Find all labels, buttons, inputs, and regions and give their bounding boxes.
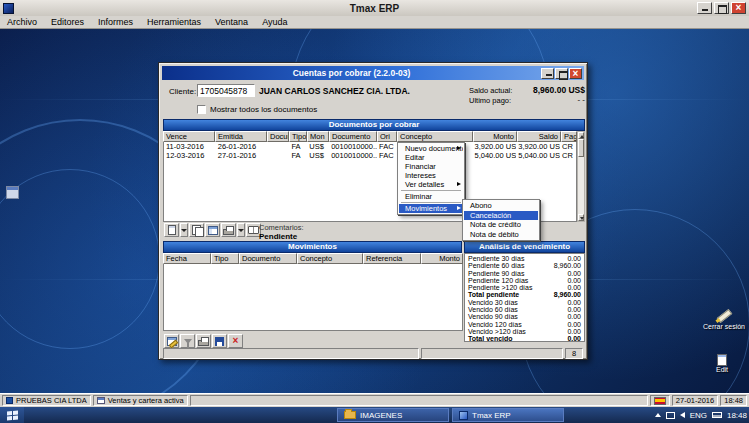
submenu-item-nota-credito[interactable]: Nota de crédito [464, 220, 538, 230]
screen: Tmax ERP Archivo Editores Informes Herra… [0, 0, 749, 423]
cell-ori: FAC [377, 142, 397, 151]
column-header-tipo[interactable]: Tipo [289, 131, 307, 142]
client-label: Cliente: [169, 87, 196, 96]
context-item-editar[interactable]: Editar [399, 153, 463, 162]
column-header-monto[interactable]: Monto [421, 253, 463, 264]
show-all-checkbox[interactable] [197, 105, 206, 114]
start-button[interactable] [0, 407, 24, 423]
column-header-documento-num[interactable]: Documento [329, 131, 377, 142]
volume-icon[interactable] [680, 412, 685, 418]
desktop-shortcut-left[interactable] [2, 186, 22, 199]
company-panel: PRUEBAS CIA LTDA [2, 395, 91, 406]
desktop-shortcut-logout[interactable]: Cerrar sesión [698, 308, 749, 330]
print-dropdown-button[interactable] [237, 223, 245, 237]
print-movements-button[interactable] [196, 334, 211, 348]
documents-section-header: Documentos por cobrar [163, 119, 585, 131]
context-item-movimientos[interactable]: Movimientos [399, 204, 463, 213]
aging-value: 8,960.00 [554, 262, 581, 269]
menu-herramientas[interactable]: Herramientas [140, 16, 208, 28]
aging-value: 0.00 [567, 313, 581, 320]
submenu-item-cancelacion[interactable]: Cancelación [464, 211, 538, 221]
cell-documento-num: 0010010000... [329, 142, 377, 151]
aging-label: Pendiente 120 días [468, 277, 528, 284]
submenu-item-abono[interactable]: Abono [464, 201, 538, 211]
column-header-ori[interactable]: Ori [377, 131, 397, 142]
column-header-fecha[interactable]: Fecha [163, 253, 211, 264]
add-movement-button[interactable] [164, 334, 179, 348]
scroll-up-button[interactable] [578, 132, 584, 139]
menu-ayuda[interactable]: Ayuda [255, 16, 294, 28]
dropdown-arrow-icon [238, 229, 244, 232]
column-header-mon[interactable]: Mon [307, 131, 329, 142]
cell-monto: 5,040.00 US$ [472, 151, 516, 160]
filter-button[interactable] [180, 334, 195, 348]
show-all-label: Mostrar todos los documentos [210, 105, 317, 114]
network-icon[interactable] [666, 412, 675, 419]
spreadsheet-button[interactable] [205, 223, 220, 237]
column-header-emitida[interactable]: Emitida [215, 131, 267, 142]
aging-analysis-panel: Pendiente 30 días0.00 Pendiente 60 días8… [464, 253, 585, 342]
column-header-documento[interactable]: Documento [239, 253, 297, 264]
new-document-icon [168, 225, 176, 235]
statusbar-count: 8 [565, 348, 583, 359]
tray-clock[interactable]: 18:48 [727, 411, 747, 420]
taskbar-button-imagenes[interactable]: IMAGENES [337, 408, 449, 422]
column-header-vence[interactable]: Vence [163, 131, 215, 142]
edit-note-icon [717, 354, 727, 366]
menu-separator [401, 190, 461, 191]
dialog-minimize-button[interactable] [541, 68, 554, 79]
context-item-eliminar[interactable]: Eliminar [399, 192, 463, 201]
statusbar-panel-2 [421, 348, 563, 359]
new-document-button[interactable] [164, 223, 179, 237]
column-header-documento[interactable]: Documento [267, 131, 289, 142]
document-row-2[interactable]: 12-03-2016 27-01-2016 FA US$ 0010010000.… [164, 151, 576, 160]
menu-editores[interactable]: Editores [44, 16, 91, 28]
document-row-1[interactable]: 11-03-2016 26-01-2016 FA US$ 0010010000.… [164, 142, 576, 151]
aging-label: Total vencido [468, 335, 513, 342]
taskbar-button-tmax[interactable]: Tmax ERP [452, 408, 564, 422]
aging-row: Pendiente 120 días0.00 [465, 277, 584, 284]
context-item-nuevo-documento[interactable]: Nuevo documento [399, 144, 463, 153]
column-header-saldo[interactable]: Saldo [517, 131, 561, 142]
app-titlebar: Tmax ERP [0, 0, 749, 16]
desktop-shortcut-edit[interactable]: Edit [702, 354, 742, 373]
copy-document-button[interactable] [189, 223, 204, 237]
save-button[interactable] [212, 334, 227, 348]
column-header-monto[interactable]: Monto [473, 131, 517, 142]
cell-vence: 12-03-2016 [164, 151, 216, 160]
new-document-dropdown-button[interactable] [180, 223, 188, 237]
menu-ventana[interactable]: Ventana [208, 16, 255, 28]
app-maximize-button[interactable] [714, 2, 729, 14]
column-header-referencia[interactable]: Referencia [363, 253, 421, 264]
app-close-button[interactable] [731, 2, 746, 14]
client-code-input[interactable] [197, 84, 255, 97]
dialog-maximize-button[interactable] [555, 68, 568, 79]
context-item-intereses[interactable]: Intereses [399, 171, 463, 180]
dialog-titlebar[interactable]: Cuentas por cobrar (2.2.0-03) [162, 66, 584, 80]
submenu-item-nota-debito[interactable]: Nota de débito [464, 230, 538, 240]
app-minimize-button[interactable] [697, 2, 712, 14]
context-item-financiar[interactable]: Financiar [399, 162, 463, 171]
dialog-close-button[interactable] [569, 68, 582, 79]
tray-language[interactable]: ENG [690, 411, 707, 420]
print-button[interactable] [221, 223, 236, 237]
cancel-movement-button[interactable] [228, 334, 243, 348]
comentarios-value: Pendiente [259, 232, 297, 241]
keyboard-icon[interactable] [712, 412, 722, 418]
scrollbar-thumb[interactable] [578, 139, 584, 157]
context-item-ver-detalles[interactable]: Ver detalles [399, 180, 463, 189]
column-header-concepto[interactable]: Concepto [297, 253, 363, 264]
aging-value: 0.00 [567, 299, 581, 306]
cell-pago: CR [560, 151, 576, 160]
tray-expand-icon[interactable] [655, 413, 661, 417]
column-header-concepto[interactable]: Concepto [397, 131, 473, 142]
column-header-pago[interactable]: Pago [561, 131, 577, 142]
menu-informes[interactable]: Informes [91, 16, 140, 28]
statusbar-filler [190, 395, 648, 406]
documents-scrollbar[interactable] [577, 131, 585, 222]
aging-analysis-header: Análisis de vencimiento [464, 241, 585, 253]
scroll-down-button[interactable] [578, 214, 584, 221]
menu-archivo[interactable]: Archivo [0, 16, 44, 28]
column-header-tipo[interactable]: Tipo [211, 253, 239, 264]
system-tray: ENG 18:48 [655, 407, 747, 423]
